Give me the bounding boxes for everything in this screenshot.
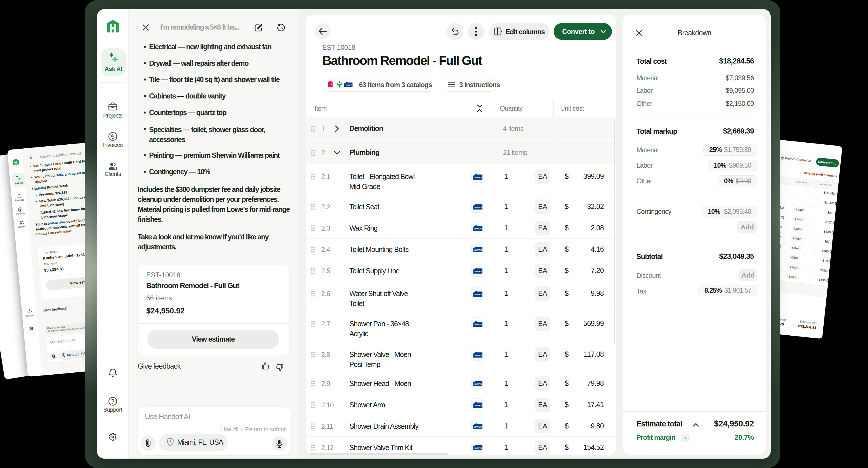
- svg-text:LOWE'S: LOWE'S: [474, 293, 482, 295]
- svg-text:LOWE'S: LOWE'S: [474, 426, 482, 428]
- svg-text:LOWE'S: LOWE'S: [474, 383, 482, 385]
- svg-text:LOWE'S: LOWE'S: [474, 249, 482, 251]
- svg-text:LOWE'S: LOWE'S: [474, 405, 482, 407]
- svg-text:LOWE'S: LOWE'S: [474, 270, 482, 272]
- svg-text:LOWE'S: LOWE'S: [474, 447, 482, 449]
- svg-text:LOWE'S: LOWE'S: [474, 206, 482, 208]
- svg-text:LOWE'S: LOWE'S: [474, 176, 482, 178]
- svg-text:LOWE'S: LOWE'S: [345, 84, 352, 86]
- svg-text:LOWE'S: LOWE'S: [474, 228, 482, 230]
- svg-text:LOWE'S: LOWE'S: [474, 324, 482, 326]
- svg-text:LOWE'S: LOWE'S: [474, 354, 482, 356]
